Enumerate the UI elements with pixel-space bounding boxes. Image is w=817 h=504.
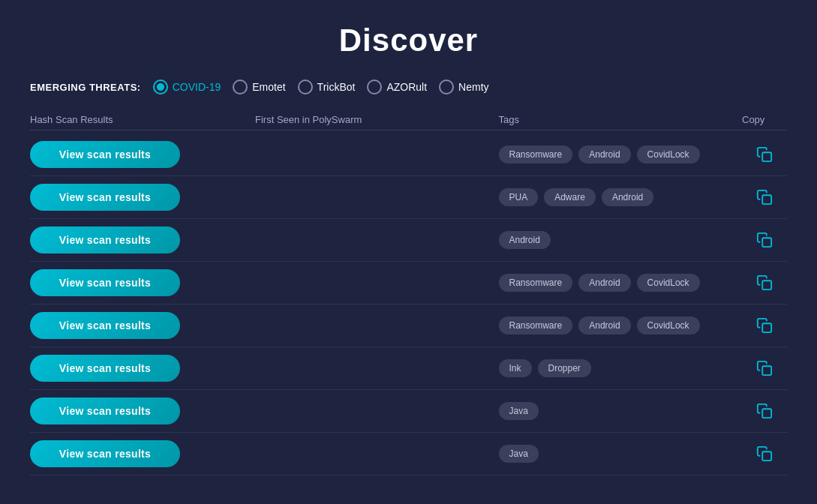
tag: Ransomware — [499, 274, 573, 292]
copy-icon-5[interactable] — [742, 317, 787, 334]
table-body: View scan resultsRansomwareAndroidCovidL… — [30, 134, 787, 476]
table-row: View scan resultsRansomwareAndroidCovidL… — [30, 134, 787, 176]
view-scan-btn-1[interactable]: View scan results — [30, 141, 180, 168]
tag: CovidLock — [637, 274, 700, 292]
emerging-threats-label: EMERGING THREATS: — [30, 82, 141, 93]
tags-cell-8: Java — [499, 445, 743, 463]
tag: Android — [602, 188, 653, 206]
table-row: View scan resultsAndroid — [30, 219, 787, 262]
copy-icon-2[interactable] — [742, 189, 787, 206]
threat-radio-nemty[interactable] — [439, 80, 454, 94]
threat-radio-azorult[interactable] — [367, 80, 382, 94]
tags-cell-5: RansomwareAndroidCovidLock — [499, 316, 743, 334]
svg-rect-6 — [762, 409, 771, 418]
threat-option-covid19[interactable]: COVID-19 — [153, 80, 221, 94]
col-hash: Hash Scan Results — [30, 114, 255, 125]
tag: Java — [499, 445, 539, 463]
table-row: View scan resultsJava — [30, 433, 787, 476]
tags-cell-6: InkDropper — [499, 359, 743, 377]
copy-icon-6[interactable] — [742, 360, 787, 376]
tag: Java — [499, 402, 539, 420]
svg-rect-4 — [762, 323, 771, 332]
tags-cell-4: RansomwareAndroidCovidLock — [499, 274, 743, 292]
tags-cell-1: RansomwareAndroidCovidLock — [499, 146, 743, 164]
svg-rect-3 — [762, 280, 771, 290]
svg-rect-1 — [762, 195, 771, 204]
view-scan-btn-4[interactable]: View scan results — [30, 269, 180, 296]
table-header: Hash Scan Results First Seen in PolySwar… — [30, 110, 787, 130]
tag: CovidLock — [637, 316, 700, 334]
tags-cell-7: Java — [499, 402, 743, 420]
tag: CovidLock — [637, 146, 700, 164]
svg-rect-0 — [762, 152, 771, 161]
threat-radio-trickbot[interactable] — [298, 80, 313, 94]
view-scan-btn-3[interactable]: View scan results — [30, 226, 180, 254]
threat-radio-covid19[interactable] — [153, 80, 168, 94]
tag: Android — [578, 274, 630, 292]
table-row: View scan resultsJava — [30, 390, 787, 433]
copy-icon-4[interactable] — [742, 274, 787, 291]
tag: Adware — [544, 188, 596, 206]
table-row: View scan resultsRansomwareAndroidCovidL… — [30, 262, 787, 304]
threat-label-trickbot: TrickBot — [317, 81, 356, 93]
copy-icon-7[interactable] — [742, 403, 787, 419]
tag: Ink — [499, 359, 532, 377]
copy-icon-1[interactable] — [742, 146, 787, 163]
emerging-threats-bar: EMERGING THREATS: COVID-19 Emotet TrickB… — [30, 80, 787, 94]
col-first-seen: First Seen in PolySwarm — [255, 114, 499, 125]
svg-rect-2 — [762, 238, 771, 247]
tags-cell-3: Android — [499, 231, 743, 249]
table-row: View scan resultsRansomwareAndroidCovidL… — [30, 304, 787, 347]
svg-rect-7 — [762, 452, 771, 460]
tag: Android — [578, 146, 630, 164]
threat-radio-emotet[interactable] — [233, 80, 248, 94]
threat-label-nemty: Nemty — [458, 81, 488, 93]
tag: Dropper — [538, 359, 591, 377]
view-scan-btn-7[interactable]: View scan results — [30, 398, 180, 424]
threat-option-nemty[interactable]: Nemty — [439, 80, 488, 94]
table-row: View scan resultsInkDropper — [30, 347, 787, 390]
col-copy: Copy — [742, 114, 787, 125]
table-row: View scan resultsPUAAdwareAndroid — [30, 176, 787, 219]
threat-option-azorult[interactable]: AZORult — [367, 80, 427, 94]
tag: PUA — [499, 188, 539, 206]
svg-rect-5 — [762, 366, 771, 375]
threat-label-emotet: Emotet — [252, 81, 285, 93]
tag: Ransomware — [499, 316, 573, 334]
view-scan-btn-8[interactable]: View scan results — [30, 440, 180, 467]
threat-label-azorult: AZORult — [386, 81, 427, 93]
threat-option-emotet[interactable]: Emotet — [233, 80, 285, 94]
threat-option-trickbot[interactable]: TrickBot — [298, 80, 356, 94]
tag: Android — [578, 316, 630, 334]
view-scan-btn-2[interactable]: View scan results — [30, 184, 180, 211]
tag: Android — [499, 231, 551, 249]
copy-icon-8[interactable] — [742, 446, 787, 462]
copy-icon-3[interactable] — [742, 232, 787, 248]
col-tags: Tags — [499, 114, 743, 125]
view-scan-btn-6[interactable]: View scan results — [30, 355, 180, 382]
tag: Ransomware — [499, 146, 573, 164]
threat-label-covid19: COVID-19 — [173, 81, 221, 93]
view-scan-btn-5[interactable]: View scan results — [30, 312, 180, 339]
tags-cell-2: PUAAdwareAndroid — [499, 188, 743, 206]
page-title: Discover — [30, 22, 787, 58]
